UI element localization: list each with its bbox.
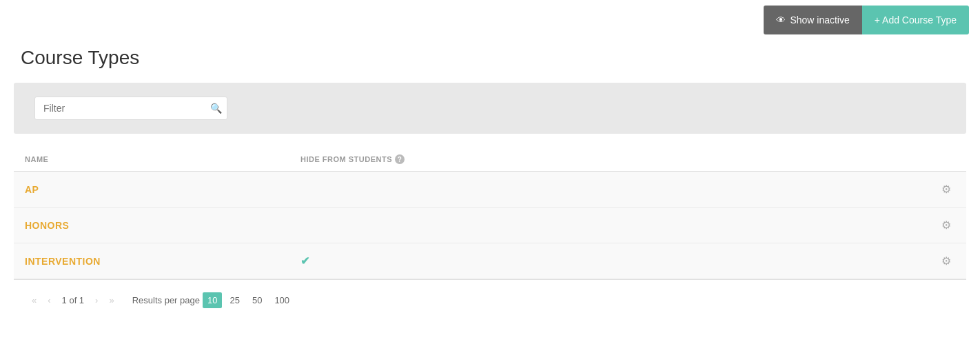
check-icon: ✔ [300,254,310,268]
add-course-type-button[interactable]: + Add Course Type [862,6,969,34]
filter-input-wrap: 🔍 [34,97,227,120]
row-actions: ⚙ [937,253,955,269]
table-row[interactable]: AP ⚙ [14,172,966,208]
course-type-name[interactable]: Honors [25,220,69,231]
first-page-button[interactable]: « [28,292,41,308]
row-actions: ⚙ [937,217,955,233]
filter-bar: 🔍 [14,83,966,134]
table-row[interactable]: Honors ⚙ [14,208,966,243]
per-page-100-button[interactable]: 100 [269,292,294,308]
per-page-25-button[interactable]: 25 [225,292,244,308]
gear-button[interactable]: ⚙ [937,253,955,269]
add-course-label: + Add Course Type [875,14,957,26]
row-actions: ⚙ [937,181,955,197]
table-row[interactable]: Intervention ✔ ⚙ [14,243,966,279]
gear-button[interactable]: ⚙ [937,217,955,233]
column-header-hide-from-students: HIDE FROM STUDENTS ? [300,154,955,164]
results-per-page-label: Results per page [132,295,200,305]
column-header-name: NAME [25,155,300,163]
gear-button[interactable]: ⚙ [937,181,955,197]
show-inactive-label: Show inactive [790,14,849,26]
prev-page-button[interactable]: ‹ [43,292,54,308]
search-button[interactable]: 🔍 [210,103,222,114]
hide-from-students-value: ✔ [300,254,937,268]
course-type-name[interactable]: Intervention [25,256,101,267]
search-icon: 🔍 [210,103,222,114]
course-type-name[interactable]: AP [25,184,39,195]
table-header: NAME HIDE FROM STUDENTS ? [14,148,966,172]
page-info: 1 of 1 [62,295,85,305]
filter-input[interactable] [34,97,227,120]
page-title: Course Types [0,40,980,83]
course-types-table: NAME HIDE FROM STUDENTS ? AP ⚙ Honors ⚙ … [14,148,966,279]
pagination: « ‹ 1 of 1 › » Results per page 10 25 50… [14,279,966,321]
per-page-50-button[interactable]: 50 [247,292,267,308]
next-page-button[interactable]: › [91,292,102,308]
eye-icon: 👁 [776,14,786,26]
top-bar: 👁 Show inactive + Add Course Type [0,0,980,40]
show-inactive-button[interactable]: 👁 Show inactive [764,6,861,34]
per-page-10-button[interactable]: 10 [203,292,222,308]
hide-from-students-info-icon[interactable]: ? [395,154,405,164]
last-page-button[interactable]: » [105,292,118,308]
